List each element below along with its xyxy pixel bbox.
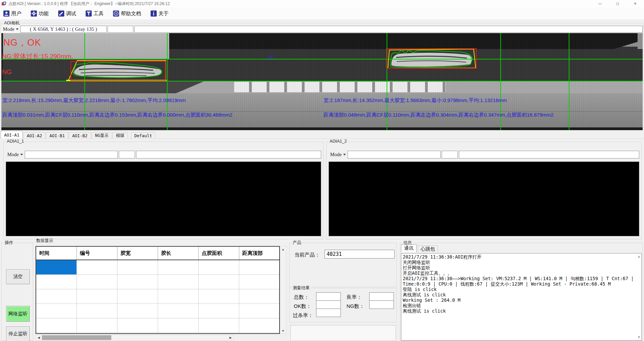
menu-item-function[interactable]: 功能 [31,10,49,17]
network-listen-button[interactable]: 网络监听 [6,306,30,322]
tab-template[interactable]: 模版 [113,132,128,139]
table-cell[interactable] [77,304,117,318]
table-cell[interactable] [77,275,117,289]
menu-item-about[interactable]: 关于 [151,10,169,17]
ng-label-text: NG [2,68,12,76]
table-cell[interactable] [158,275,199,289]
close-button[interactable]: × [626,0,644,7]
column-header-glue-area[interactable]: 点胶面积 [199,247,239,260]
menu-item-debug[interactable]: 调试 [58,10,76,17]
menu-item-help[interactable]: ? 帮助文档 [113,10,141,17]
total-count-field[interactable] [316,292,341,301]
tab-default[interactable]: Default [131,132,156,139]
column-header-time[interactable]: 时间 [36,247,77,260]
tab-heartbeat[interactable]: 心跳包 [418,245,438,252]
table-cell[interactable] [239,304,279,318]
table-cell[interactable] [199,318,239,333]
tab-aoi-a1[interactable]: AOI-A1 [1,131,23,139]
operation-group: 操作 清空 网络监听 停止监听 [1,243,33,341]
aoia1-1-field-2[interactable] [119,151,135,159]
table-cell[interactable] [239,260,279,274]
table-cell[interactable] [36,304,77,318]
table-cell[interactable] [117,304,158,318]
overkill-rate-field[interactable] [316,309,341,317]
table-cell[interactable] [36,318,77,333]
table-cell[interactable] [117,318,158,333]
titlebar: 点胶AOI [ Version : 1.0.0.9 ] 程序 【当前用户： En… [0,0,644,7]
aoia1-2-mode-dropdown[interactable]: Mode [329,151,348,159]
tab-aoi-a2[interactable]: AOI-A2 [23,132,45,139]
table-selected-cell[interactable] [36,260,77,274]
aoia1-1-image-view[interactable] [6,162,321,236]
table-vertical-scrollbar[interactable]: ▲ ▼ [280,246,286,334]
aoia1-2-field-1[interactable] [348,151,441,159]
ok-count-field[interactable] [316,300,341,309]
camera-mode-field-3[interactable] [134,26,643,33]
table-cell[interactable] [199,275,239,289]
table-cell[interactable] [117,260,158,274]
aoia1-2-image-view[interactable] [329,162,639,236]
table-cell[interactable] [239,275,279,289]
scroll-right-icon[interactable]: ▶ [228,336,234,339]
log-line: 2021/7/29 11:36:30——>Working Set: VM:523… [403,276,636,281]
menu-item-user[interactable]: 用户 [3,10,21,17]
stop-listen-button[interactable]: 停止监听 [6,326,30,341]
column-header-glue-width[interactable]: 胶宽 [117,247,158,260]
ng-count-label: NG数： [347,303,364,310]
maximize-button[interactable]: □ [609,0,626,7]
table-cell[interactable] [117,289,158,303]
table-cell[interactable] [117,275,158,289]
camera-image-view[interactable]: NG，OK NG:胶体过长:15.290mm, NG OK 宽:2.218mm,… [1,33,643,130]
menu-item-tools[interactable]: 工具 [86,10,104,17]
aoia1-2-field-3[interactable] [459,151,639,159]
aoia1-1-field-1[interactable] [25,151,118,159]
log-line: 关闭网络监听 [403,260,636,265]
table-cell[interactable] [158,318,199,333]
tab-ng-display[interactable]: NG显示 [92,132,112,139]
comm-log[interactable]: 2021/7/29 11:36:30:AOI程序打开 关闭网络监听 打开网络监听… [401,253,642,341]
scroll-up-icon[interactable]: ▲ [637,254,641,258]
yield-field[interactable] [369,292,394,301]
column-header-id[interactable]: 编号 [77,247,117,260]
table-cell[interactable] [239,289,279,303]
table-cell[interactable] [239,318,279,333]
scroll-up-icon[interactable]: ▲ [280,246,286,252]
ok-count-label: OK数： [294,303,311,310]
ng-count-field[interactable] [369,300,394,309]
tab-aoi-b2[interactable]: AOI-B2 [69,132,91,139]
aoia1-1-group: AOIA1_1 Mode [3,142,324,239]
table-cell[interactable] [158,260,199,274]
table-cell[interactable] [77,289,117,303]
minimize-button[interactable]: ─ [591,0,609,7]
table-cell[interactable] [36,275,77,289]
scroll-left-icon[interactable]: ◀ [36,336,42,339]
table-horizontal-scrollbar[interactable]: ◀ ▶ [36,335,234,341]
tab-comm[interactable]: 通讯 [401,244,417,252]
tab-aoi-b1[interactable]: AOI-B1 [46,132,68,139]
current-product-label: 当前产品： [294,252,320,258]
data-table: 时间 编号 胶宽 胶长 点胶面积 距离顶部 [36,246,280,334]
table-cell[interactable] [36,289,77,303]
table-cell[interactable] [77,318,117,333]
scroll-down-icon[interactable]: ▼ [280,328,286,334]
table-cell[interactable] [199,304,239,318]
clear-button[interactable]: 清空 [6,269,30,284]
scroll-down-icon[interactable]: ▼ [637,335,641,339]
table-cell[interactable] [77,260,117,274]
aoia1-1-field-3[interactable] [136,151,321,159]
menu-label: 调试 [66,10,76,17]
chevron-down-icon [20,154,23,155]
aoia1-1-mode-dropdown[interactable]: Mode [6,151,25,159]
table-cell[interactable] [199,289,239,303]
current-product-input[interactable] [325,250,395,259]
table-cell[interactable] [199,260,239,274]
aoia1-2-field-2[interactable] [442,151,458,159]
column-header-distance-top[interactable]: 距离顶部 [239,247,279,260]
log-line: 离线测试 is click [403,308,636,314]
camera-mode-dropdown[interactable]: Mode [1,26,20,33]
camera-mode-field-2[interactable] [108,26,133,33]
scrollbar-thumb[interactable] [42,335,111,340]
table-cell[interactable] [158,289,199,303]
table-cell[interactable] [158,304,199,318]
column-header-glue-length[interactable]: 胶长 [158,247,199,260]
